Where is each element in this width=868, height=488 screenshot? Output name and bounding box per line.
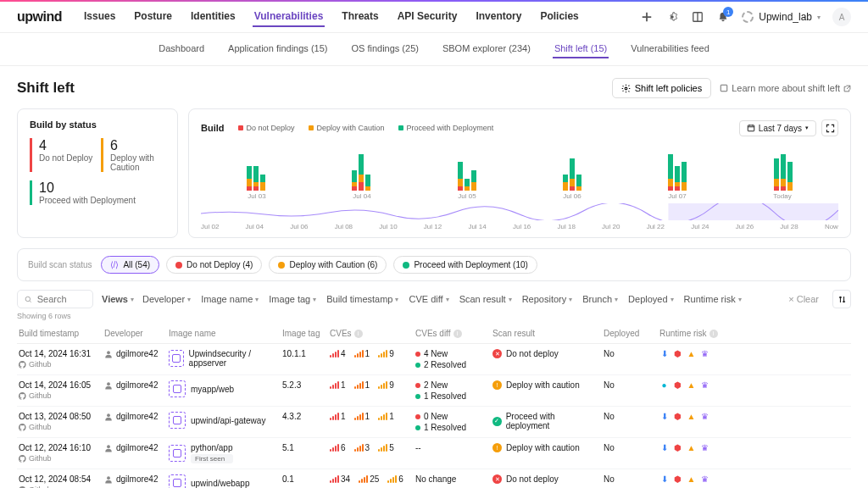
shift-left-policies-button[interactable]: Shift left policies (612, 78, 711, 98)
clear-filters-button[interactable]: × Clear (788, 294, 819, 304)
column-filter[interactable]: Image name▾ (201, 294, 259, 304)
org-selector[interactable]: Upwind_lab ▾ (742, 11, 821, 23)
column-header[interactable]: Runtime riski (659, 329, 727, 338)
column-filter[interactable]: Deployed▾ (628, 294, 673, 304)
chart-legend: Do not DeployDeploy with CautionProceed … (238, 124, 494, 132)
table-row[interactable]: Oct 12, 2024 08:54Githubdgilmore42upwind… (17, 469, 851, 488)
column-header[interactable]: Developer (104, 329, 164, 338)
views-dropdown[interactable]: Views▾ (102, 294, 134, 304)
sort-button[interactable] (832, 290, 851, 308)
chevron-down-icon: ▾ (131, 296, 134, 303)
severity-icon (378, 413, 387, 420)
nav-item-threats[interactable]: Threats (340, 7, 380, 27)
column-filter[interactable]: Brunch▾ (582, 294, 618, 304)
severity-icon (354, 413, 364, 420)
nav-item-issues[interactable]: Issues (82, 7, 117, 27)
nav-item-inventory[interactable]: Inventory (474, 7, 523, 27)
learn-more-link[interactable]: Learn more about shift left (720, 83, 851, 93)
column-filter[interactable]: Build timestamp▾ (326, 294, 398, 304)
search-box[interactable] (17, 290, 93, 308)
column-filter[interactable]: Scan result▾ (459, 294, 512, 304)
table-row[interactable]: Oct 13, 2024 08:50Githubdgilmore42upwind… (17, 407, 851, 438)
subnav-item[interactable]: OS findings (25) (349, 40, 420, 58)
shield-icon: ⬢ (673, 380, 682, 390)
notification-badge: 1 (723, 7, 733, 17)
first-seen-badge: First seen (191, 454, 233, 463)
gear-icon (621, 84, 631, 93)
subnav-item[interactable]: Application findings (15) (226, 40, 329, 58)
column-header[interactable]: Scan result (492, 329, 598, 338)
nav-item-posture[interactable]: Posture (132, 7, 174, 27)
nav-item-vulnerabilities[interactable]: Vulnerabilities (253, 7, 326, 27)
github-icon (19, 424, 26, 431)
chevron-down-icon: ▾ (255, 296, 259, 303)
chevron-down-icon: ▾ (569, 296, 572, 303)
crown-icon: ♛ (700, 380, 709, 390)
column-filter[interactable]: Repository▾ (522, 294, 573, 304)
date-range-dropdown[interactable]: Last 7 days ▾ (739, 120, 816, 136)
nav-item-api-security[interactable]: API Security (396, 7, 459, 27)
filter-chip[interactable]: ⟨/⟩All (54) (101, 256, 159, 274)
chevron-down-icon: ▾ (805, 125, 809, 131)
shield-icon: ⬢ (673, 474, 682, 484)
info-icon: i (354, 330, 363, 338)
gear-icon[interactable] (665, 10, 679, 24)
build-chart-card: Build Do not DeployDeploy with CautionPr… (188, 108, 851, 238)
subnav-item[interactable]: Shift left (15) (553, 40, 609, 58)
status-item[interactable]: 4Do not Deploy (30, 138, 94, 172)
avatar[interactable]: A (832, 8, 851, 26)
column-filter[interactable]: Developer▾ (142, 294, 191, 304)
column-header[interactable]: Image name (169, 329, 277, 338)
book-icon[interactable] (691, 10, 704, 24)
legend-item: Do not Deploy (238, 124, 295, 132)
filter-buttons: Developer▾Image name▾Image tag▾Build tim… (142, 294, 742, 304)
build-status-title: Build by status (30, 119, 165, 130)
logo[interactable]: upwind (17, 9, 62, 25)
svg-point-7 (107, 351, 110, 354)
table-row[interactable]: Oct 14, 2024 16:31Githubdgilmore42Upwind… (17, 344, 851, 375)
table-controls: Views▾ Developer▾Image name▾Image tag▾Bu… (17, 290, 851, 308)
table-row[interactable]: Oct 12, 2024 16:10Githubdgilmore42python… (17, 438, 851, 469)
crown-icon: ♛ (700, 349, 709, 358)
column-filter[interactable]: Image tag▾ (269, 294, 316, 304)
severity-icon (330, 381, 339, 389)
subnav-item[interactable]: Vulnerabilities feed (629, 40, 711, 58)
column-header[interactable]: Image tag (282, 329, 325, 338)
column-header[interactable]: Build timestamp (19, 329, 99, 338)
nav-item-identities[interactable]: Identities (189, 7, 237, 27)
subnav-item[interactable]: SBOM explorer (234) (441, 40, 532, 58)
subnav-item[interactable]: Dashboard (157, 40, 206, 58)
column-header[interactable]: CVEsi (330, 329, 410, 338)
column-filter[interactable]: CVE diff▾ (409, 294, 448, 304)
info-icon: i (453, 330, 462, 338)
expand-chart-button[interactable] (821, 119, 838, 136)
github-icon (19, 392, 26, 400)
filter-chip[interactable]: Deploy with Caution (6) (269, 256, 387, 274)
crown-icon: ♛ (700, 474, 709, 484)
table-row[interactable]: Oct 14, 2024 16:05Githubdgilmore42myapp/… (17, 375, 851, 407)
severity-icon (354, 350, 364, 358)
search-input[interactable] (37, 294, 86, 304)
column-header[interactable]: Deployed (604, 329, 654, 338)
download-icon: ⬇ (659, 474, 669, 484)
filter-chip-bar: Build scan status ⟨/⟩All (54)Do not Depl… (17, 248, 851, 281)
chart-group (204, 141, 308, 191)
download-icon: ⬇ (659, 412, 669, 421)
sparkline (201, 203, 838, 220)
column-filter[interactable]: Runtime risk▾ (684, 294, 742, 304)
chart-group (415, 141, 519, 191)
chevron-down-icon: ▾ (615, 296, 618, 303)
bell-icon[interactable]: 1 (716, 10, 730, 24)
severity-icon (387, 475, 397, 483)
nav-item-policies[interactable]: Policies (538, 7, 580, 27)
filter-chip[interactable]: Do not Deploy (4) (166, 256, 262, 274)
plus-icon[interactable] (640, 10, 654, 24)
column-header[interactable]: CVEs diffi (415, 329, 487, 338)
filter-chip[interactable]: Proceed with Deployment (10) (393, 256, 537, 274)
crown-icon: ♛ (700, 443, 709, 452)
user-icon (104, 444, 113, 452)
scan-status-icon: ! (492, 443, 502, 452)
status-item[interactable]: 10Proceed with Deployment (30, 180, 165, 205)
status-item[interactable]: 6Deploy with Caution (101, 138, 165, 172)
legend-item: Proceed with Deployment (398, 124, 494, 132)
